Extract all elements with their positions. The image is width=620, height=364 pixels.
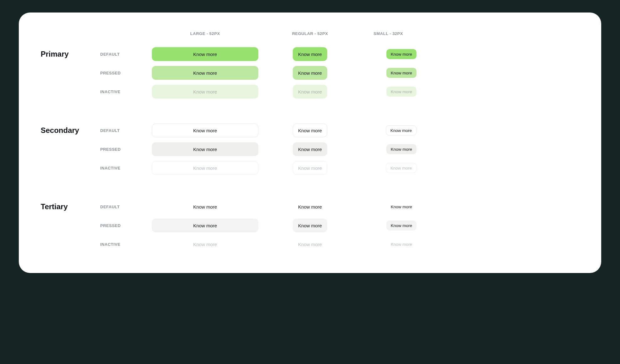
- cell-large: Know more: [150, 200, 260, 214]
- variant-title: Primary: [41, 50, 94, 58]
- cell-small: Know more: [360, 87, 416, 97]
- secondary-inactive-regular-button: Know more: [293, 161, 327, 175]
- state-label: DEFAULT: [100, 205, 144, 209]
- cell-small: Know more: [360, 220, 416, 230]
- secondary-pressed-small-button[interactable]: Know more: [386, 144, 416, 154]
- spacer: [100, 31, 144, 36]
- cell-large: Know more: [150, 161, 260, 175]
- secondary-default-large-button[interactable]: Know more: [152, 124, 258, 137]
- cell-large: Know more: [150, 66, 260, 80]
- state-label: PRESSED: [100, 71, 144, 75]
- secondary-default-small-button[interactable]: Know more: [386, 125, 416, 135]
- state-label: INACTIVE: [100, 242, 144, 247]
- primary-pressed-regular-button[interactable]: Know more: [293, 66, 327, 80]
- row-primary-default: Primary DEFAULT Know more Know more Know…: [41, 47, 576, 61]
- tertiary-inactive-small-button: Know more: [386, 239, 416, 249]
- cell-large: Know more: [150, 219, 260, 232]
- cell-regular: Know more: [266, 124, 354, 137]
- variant-primary: Primary DEFAULT Know more Know more Know…: [41, 47, 576, 99]
- tertiary-pressed-large-button[interactable]: Know more: [152, 219, 258, 232]
- secondary-pressed-regular-button[interactable]: Know more: [293, 142, 327, 156]
- row-primary-pressed: PRESSED Know more Know more Know more: [41, 66, 576, 80]
- state-label: PRESSED: [100, 147, 144, 152]
- primary-default-regular-button[interactable]: Know more: [293, 47, 327, 61]
- tertiary-default-small-button[interactable]: Know more: [386, 202, 416, 212]
- primary-pressed-large-button[interactable]: Know more: [152, 66, 258, 80]
- tertiary-inactive-large-button: Know more: [152, 237, 258, 251]
- button-spec-card: LARGE - 52PX REGULAR - 52PX SMALL - 32PX…: [19, 13, 601, 273]
- secondary-pressed-large-button[interactable]: Know more: [152, 142, 258, 156]
- cell-small: Know more: [360, 144, 416, 154]
- tertiary-inactive-regular-button: Know more: [293, 237, 327, 251]
- cell-regular: Know more: [266, 237, 354, 251]
- variant-title: Secondary: [41, 126, 94, 135]
- cell-regular: Know more: [266, 66, 354, 80]
- primary-inactive-regular-button: Know more: [293, 85, 327, 99]
- cell-small: Know more: [360, 68, 416, 78]
- variant-tertiary: Tertiary DEFAULT Know more Know more Kno…: [41, 200, 576, 251]
- row-tertiary-pressed: PRESSED Know more Know more Know more: [41, 219, 576, 232]
- cell-regular: Know more: [266, 47, 354, 61]
- cell-small: Know more: [360, 163, 416, 173]
- primary-inactive-small-button: Know more: [386, 87, 416, 97]
- state-label: PRESSED: [100, 223, 144, 228]
- cell-large: Know more: [150, 142, 260, 156]
- primary-default-large-button[interactable]: Know more: [152, 47, 258, 61]
- cell-regular: Know more: [266, 219, 354, 232]
- cell-regular: Know more: [266, 200, 354, 214]
- row-secondary-inactive: INACTIVE Know more Know more Know more: [41, 161, 576, 175]
- tertiary-pressed-regular-button[interactable]: Know more: [293, 219, 327, 232]
- secondary-default-regular-button[interactable]: Know more: [293, 124, 327, 137]
- row-secondary-default: Secondary DEFAULT Know more Know more Kn…: [41, 124, 576, 137]
- cell-small: Know more: [360, 125, 416, 135]
- state-label: INACTIVE: [100, 89, 144, 94]
- column-headers: LARGE - 52PX REGULAR - 52PX SMALL - 32PX: [41, 31, 576, 36]
- cell-regular: Know more: [266, 85, 354, 99]
- cell-small: Know more: [360, 49, 416, 59]
- cell-large: Know more: [150, 85, 260, 99]
- cell-large: Know more: [150, 47, 260, 61]
- cell-large: Know more: [150, 237, 260, 251]
- col-header-small: SMALL - 32PX: [360, 31, 416, 36]
- row-tertiary-default: Tertiary DEFAULT Know more Know more Kno…: [41, 200, 576, 214]
- cell-large: Know more: [150, 124, 260, 137]
- cell-small: Know more: [360, 239, 416, 249]
- state-label: INACTIVE: [100, 166, 144, 170]
- secondary-inactive-small-button: Know more: [386, 163, 416, 173]
- col-header-large: LARGE - 52PX: [150, 31, 260, 36]
- variant-title: Tertiary: [41, 202, 94, 211]
- row-tertiary-inactive: INACTIVE Know more Know more Know more: [41, 237, 576, 251]
- cell-regular: Know more: [266, 161, 354, 175]
- primary-inactive-large-button: Know more: [152, 85, 258, 99]
- tertiary-default-large-button[interactable]: Know more: [152, 200, 258, 214]
- state-label: DEFAULT: [100, 128, 144, 133]
- secondary-inactive-large-button: Know more: [152, 161, 258, 175]
- primary-pressed-small-button[interactable]: Know more: [386, 68, 416, 78]
- variant-secondary: Secondary DEFAULT Know more Know more Kn…: [41, 124, 576, 175]
- row-primary-inactive: INACTIVE Know more Know more Know more: [41, 85, 576, 99]
- tertiary-pressed-small-button[interactable]: Know more: [386, 220, 416, 230]
- col-header-regular: REGULAR - 52PX: [266, 31, 354, 36]
- cell-regular: Know more: [266, 142, 354, 156]
- spacer: [41, 31, 94, 36]
- state-label: DEFAULT: [100, 52, 144, 57]
- cell-small: Know more: [360, 202, 416, 212]
- row-secondary-pressed: PRESSED Know more Know more Know more: [41, 142, 576, 156]
- tertiary-default-regular-button[interactable]: Know more: [293, 200, 327, 214]
- primary-default-small-button[interactable]: Know more: [386, 49, 416, 59]
